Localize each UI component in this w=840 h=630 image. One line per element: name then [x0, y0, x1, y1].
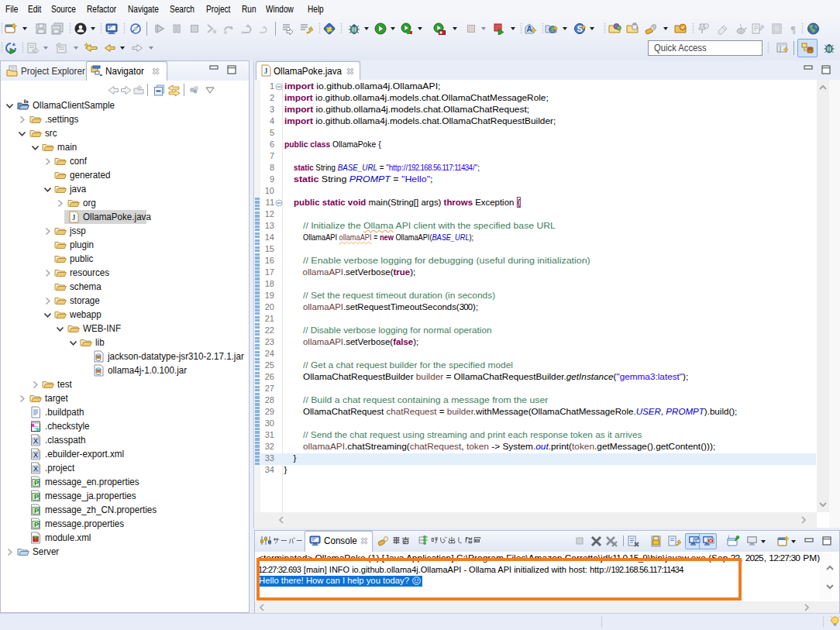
svg-text:¶: ¶: [790, 23, 796, 35]
svg-text:A: A: [527, 25, 532, 33]
svg-text:P: P: [34, 507, 39, 515]
svg-text:X: X: [33, 465, 38, 473]
svg-text:X: X: [33, 451, 38, 459]
svg-text:S: S: [577, 24, 583, 33]
svg-text:P: P: [34, 493, 39, 501]
svg-text:J: J: [264, 67, 268, 75]
svg-text:X: X: [33, 437, 38, 445]
svg-text:P: P: [34, 521, 39, 528]
svg-text:P: P: [34, 479, 39, 487]
svg-text:J: J: [72, 213, 76, 222]
